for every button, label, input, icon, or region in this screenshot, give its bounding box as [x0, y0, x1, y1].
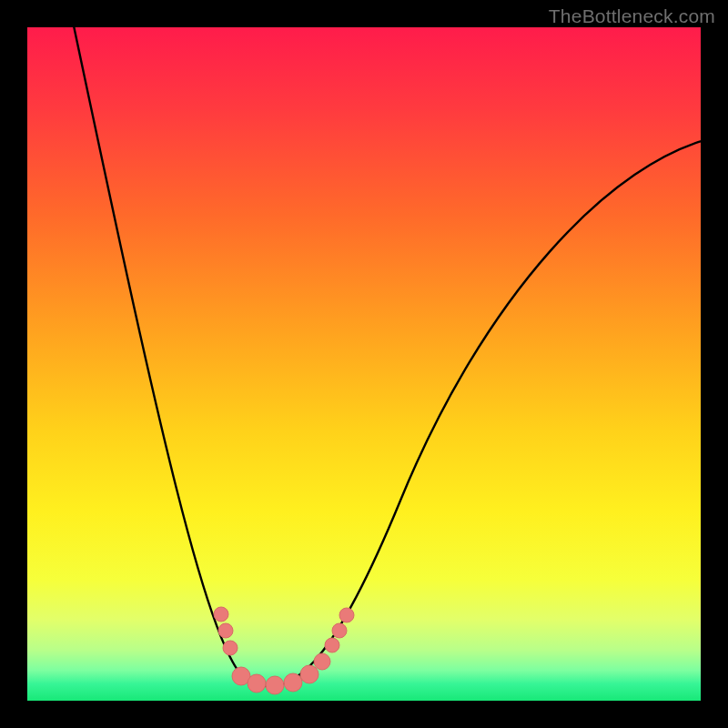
pt-right-1: [314, 653, 330, 670]
marker-group: [214, 607, 354, 694]
chart-frame: TheBottleneck.com: [0, 0, 728, 728]
pt-floor-2: [248, 674, 266, 693]
pt-left-mid: [218, 623, 233, 638]
pt-left-upper: [214, 607, 228, 622]
pt-right-3: [332, 623, 347, 638]
pt-floor-4: [284, 673, 302, 692]
watermark-text: TheBottleneck.com: [549, 5, 715, 27]
bottleneck-curve: [68, 27, 701, 686]
plot-area: [27, 27, 701, 701]
pt-floor-5: [300, 665, 318, 683]
pt-right-2: [325, 638, 339, 652]
curve-layer: [27, 27, 701, 701]
pt-right-4: [339, 608, 354, 622]
pt-floor-3: [266, 676, 284, 694]
pt-left-lower: [223, 641, 238, 655]
